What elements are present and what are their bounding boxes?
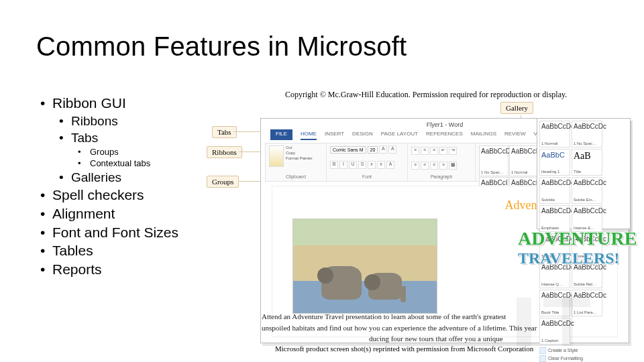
- style-tile[interactable]: AaBbCcDc1 Normal: [509, 145, 539, 176]
- grow-font-button[interactable]: A: [379, 145, 387, 154]
- watermark-shape: [517, 298, 531, 346]
- tab-review[interactable]: REVIEW: [504, 129, 526, 140]
- shrink-font-button[interactable]: A: [388, 145, 396, 154]
- tab-design[interactable]: DESIGN: [352, 129, 373, 140]
- body-line: unspoiled habitats and find out how you …: [262, 324, 537, 332]
- wordmark: ADVENTURE TRAVELERS!: [518, 228, 631, 267]
- tab-mailings[interactable]: MAILINGS: [471, 129, 496, 140]
- bullet-list: Ribbon GUI Ribbons Tabs Groups Contextua…: [40, 94, 178, 279]
- bullet-tabs: Tabs: [59, 129, 178, 146]
- style-tile[interactable]: AaBbCcDc1 Normal: [539, 121, 570, 147]
- font-name-select[interactable]: Comic Sans M: [330, 146, 366, 154]
- tab-home[interactable]: HOME: [301, 129, 317, 140]
- group-label: Font: [330, 174, 404, 179]
- numbering-button[interactable]: ≡: [421, 147, 429, 155]
- sup-button[interactable]: x: [377, 161, 385, 169]
- wordmark-line1: ADVENTURE: [518, 228, 631, 249]
- strike-button[interactable]: S: [358, 161, 366, 169]
- slide-title: Common Features in Microsoft: [36, 32, 407, 62]
- format-painter-button[interactable]: Format Painter: [286, 156, 313, 160]
- style-tile[interactable]: AaBTitle: [572, 149, 602, 176]
- style-tile[interactable]: AaBbCHeading 1: [539, 149, 570, 176]
- create-style-link[interactable]: Create a Style: [539, 347, 628, 354]
- bullet-galleries: Galleries: [59, 169, 178, 186]
- arrow-icon: [239, 181, 260, 182]
- justify-button[interactable]: ≡: [439, 162, 447, 170]
- bullet-ribbon-gui: Ribbon GUI: [40, 94, 178, 113]
- slide: Common Features in Microsoft Ribbon GUI …: [0, 0, 644, 362]
- body-line: ducing four new tours that offer you a u…: [369, 335, 503, 343]
- style-tile[interactable]: AaBbCcDcSubtitle: [539, 177, 570, 204]
- callout-groups: Groups: [207, 176, 239, 188]
- indent-button[interactable]: ⇥: [449, 147, 457, 155]
- underline-button[interactable]: U: [349, 161, 357, 169]
- bullet-reports: Reports: [40, 260, 178, 279]
- sub-button[interactable]: x: [368, 161, 376, 169]
- tab-insert[interactable]: INSERT: [325, 129, 344, 140]
- arrow-icon: [233, 131, 260, 132]
- styles-gallery[interactable]: AaBbCcDc1 NormalAaBbCcDc1 No Spac…AaBbCH…: [537, 118, 631, 229]
- group-font: Comic Sans M 20 A A B I U S x x A Fon: [327, 143, 408, 181]
- cut-button[interactable]: Cut: [286, 145, 313, 149]
- arrow-icon: [239, 152, 260, 152]
- copyright-text: Copyright © Mc.Graw-Hill Education. Perm…: [285, 90, 567, 100]
- callout-tabs: Tabs: [212, 126, 237, 138]
- tab-pagelayout[interactable]: PAGE LAYOUT: [381, 129, 418, 140]
- bold-button[interactable]: B: [330, 161, 338, 169]
- italic-button[interactable]: I: [339, 161, 347, 169]
- shading-button[interactable]: ▦: [449, 162, 457, 170]
- elephant-icon: [321, 266, 362, 300]
- align-center-button[interactable]: ≡: [421, 162, 429, 170]
- align-left-button[interactable]: ≡: [411, 162, 419, 170]
- bullet-contextual: Contextual tabs: [78, 158, 178, 169]
- group-label: Paragraph: [411, 174, 472, 179]
- outdent-button[interactable]: ⇤: [439, 147, 447, 155]
- elephant-icon: [368, 273, 402, 300]
- align-right-button[interactable]: ≡: [430, 162, 438, 170]
- wordmark-line2: TRAVELERS!: [518, 249, 631, 267]
- tab-file[interactable]: FILE: [270, 129, 292, 140]
- permission-text: Microsoft product screen shot(s) reprint…: [275, 345, 533, 353]
- bullet-tables: Tables: [40, 241, 178, 260]
- clear-formatting-link[interactable]: Clear Formatting: [539, 355, 628, 362]
- multilevel-button[interactable]: ≡: [430, 147, 438, 155]
- photo-elephants: [292, 219, 437, 314]
- callout-ribbons: Ribbons: [207, 146, 242, 158]
- group-label: Clipboard: [269, 174, 323, 179]
- bullet-groups: Groups: [78, 146, 178, 158]
- group-paragraph: ≡ ≡ ≡ ⇤ ⇥ ≡ ≡ ≡ ≡ ▦ Paragraph: [408, 143, 476, 181]
- style-tile[interactable]: AaBbCcDc1 No Spac…: [479, 145, 508, 176]
- watermark-shape: [562, 298, 573, 346]
- bullet-font: Font and Font Sizes: [40, 223, 178, 242]
- bullet-spell: Spell checkers: [40, 186, 178, 204]
- copy-button[interactable]: Copy: [286, 151, 313, 155]
- group-clipboard: Cut Copy Format Painter Clipboard: [266, 143, 327, 181]
- tab-references[interactable]: REFERENCES: [426, 129, 463, 140]
- font-color-button[interactable]: A: [386, 161, 394, 169]
- figure: Copyright © Mc.Graw-Hill Education. Perm…: [208, 90, 631, 353]
- style-tile[interactable]: AaBbCcDc1 No Spac…: [572, 121, 602, 147]
- bullets-button[interactable]: ≡: [411, 147, 419, 155]
- font-size-select[interactable]: 20: [368, 146, 378, 154]
- bullet-alignment: Alignment: [40, 204, 178, 223]
- paste-button[interactable]: [269, 145, 284, 167]
- body-line: Attend an Adventure Travel presentation …: [262, 312, 506, 320]
- callout-gallery: Gallery: [500, 102, 533, 114]
- bullet-ribbons: Ribbons: [59, 113, 178, 129]
- style-tile[interactable]: AaBbCcDcSubtle Em…: [572, 177, 602, 204]
